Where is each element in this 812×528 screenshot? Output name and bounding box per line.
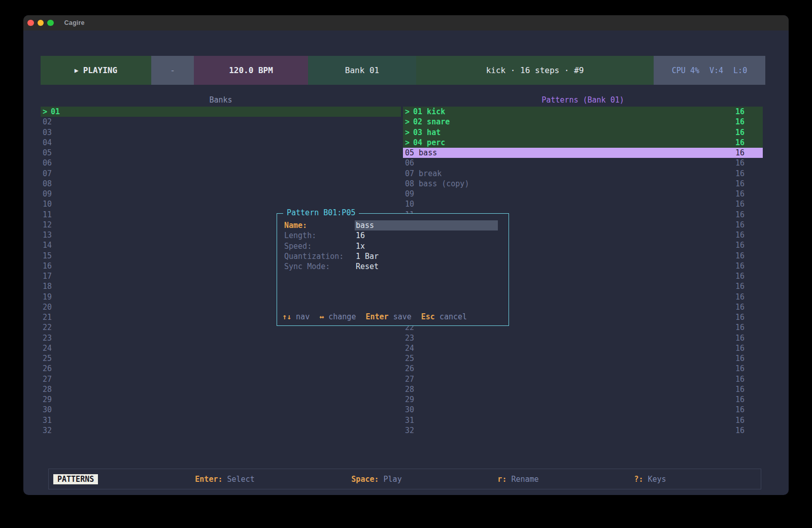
pattern-row-label: 06 <box>405 158 414 168</box>
pattern-length: 16 <box>735 169 763 178</box>
pattern-length: 16 <box>735 364 763 373</box>
pattern-name: 05 bass <box>405 148 437 157</box>
pattern-row[interactable]: 1016 <box>403 199 763 209</box>
bank-number: 18 <box>43 282 52 291</box>
bank-display[interactable]: Bank 01 <box>308 56 416 85</box>
dialog-field-value[interactable]: bass <box>356 221 374 230</box>
bank-number: 30 <box>43 405 52 414</box>
pattern-name: 29 <box>405 395 414 404</box>
pattern-row[interactable]: 2516 <box>403 353 763 364</box>
pattern-row[interactable]: 0916 <box>403 189 763 199</box>
pattern-row[interactable]: 05 bass16 <box>403 148 763 158</box>
pattern-row[interactable]: 2416 <box>403 343 763 353</box>
pattern-length: 16 <box>735 282 763 291</box>
bank-number: 27 <box>43 375 52 384</box>
bank-row[interactable]: 27 <box>41 374 401 384</box>
pattern-row[interactable]: >02 snare16 <box>403 117 763 127</box>
terminal-content: ▶ PLAYING - 120.0 BPM Bank 01 kick · 16 … <box>23 30 789 495</box>
pattern-row-label: >01 kick <box>405 107 445 116</box>
bank-number: 29 <box>43 395 52 404</box>
bank-row[interactable]: 26 <box>41 364 401 374</box>
pattern-row[interactable]: 3016 <box>403 405 763 415</box>
pattern-name: 08 bass (copy) <box>405 179 469 188</box>
pattern-row[interactable]: 07 break16 <box>403 169 763 179</box>
bank-number: 14 <box>43 241 52 250</box>
bank-row[interactable]: 07 <box>41 169 401 179</box>
pattern-row[interactable]: 0616 <box>403 158 763 168</box>
bank-number: 05 <box>43 148 52 157</box>
dialog-field-label: Sync Mode: <box>284 262 330 271</box>
bank-row[interactable]: 32 <box>41 425 401 436</box>
bank-row[interactable]: 05 <box>41 148 401 158</box>
zoom-window-button[interactable] <box>47 20 54 26</box>
arrows-leftright-icon: ↔ <box>319 312 324 321</box>
bank-number: 16 <box>43 261 52 271</box>
hint-rename: r: Rename <box>497 475 538 484</box>
pattern-length: 16 <box>735 230 763 240</box>
dialog-field-row: Quantization:1 Bar <box>277 251 509 261</box>
bank-number: 15 <box>43 251 52 260</box>
pattern-row[interactable]: 2916 <box>403 394 763 405</box>
pattern-row-label: 05 bass <box>405 148 437 157</box>
name-input[interactable] <box>355 220 498 230</box>
bank-row[interactable]: 30 <box>41 405 401 415</box>
pattern-name: 23 <box>405 334 414 343</box>
pattern-row-label: 28 <box>405 385 414 394</box>
pattern-row[interactable]: 2816 <box>403 384 763 394</box>
bank-row[interactable]: 08 <box>41 179 401 189</box>
pattern-length: 16 <box>735 405 763 414</box>
bank-row[interactable]: 02 <box>41 117 401 127</box>
pattern-length: 16 <box>735 117 763 126</box>
pattern-row[interactable]: >04 perc16 <box>403 138 763 148</box>
bank-number: 13 <box>43 230 52 240</box>
bank-number: 25 <box>43 354 52 363</box>
bank-number: 12 <box>43 220 52 229</box>
bank-row[interactable]: >01 <box>41 107 401 117</box>
pattern-row[interactable]: >03 hat16 <box>403 127 763 138</box>
bank-number: 17 <box>43 272 52 281</box>
dialog-key-hints: ↑↓ nav ↔ change Enter save Esc cancel <box>282 312 467 321</box>
bank-number: 19 <box>43 292 52 302</box>
bank-row[interactable]: 28 <box>41 384 401 394</box>
pattern-edit-dialog: Pattern B01:P05 Name:bassLength:16Speed:… <box>277 213 509 326</box>
bank-row[interactable]: 31 <box>41 415 401 425</box>
bpm-display[interactable]: 120.0 BPM <box>194 56 308 85</box>
pattern-row-label: 32 <box>405 426 414 435</box>
pattern-length: 16 <box>735 426 763 435</box>
bank-row[interactable]: 29 <box>41 394 401 405</box>
bank-row[interactable]: 04 <box>41 138 401 148</box>
playing-arrow-icon: > <box>405 117 410 126</box>
pattern-row[interactable]: 08 bass (copy)16 <box>403 179 763 189</box>
transport-status-label: PLAYING <box>83 65 117 75</box>
pattern-row[interactable]: 3216 <box>403 425 763 436</box>
pattern-row[interactable]: 2716 <box>403 374 763 384</box>
dialog-field-label: Length: <box>284 231 316 240</box>
pattern-length: 16 <box>735 416 763 425</box>
close-window-button[interactable] <box>27 20 34 26</box>
pattern-length: 16 <box>735 385 763 394</box>
play-icon: ▶ <box>75 67 79 74</box>
pattern-name: 06 <box>405 158 414 168</box>
bank-row[interactable]: 06 <box>41 158 401 168</box>
bank-row[interactable]: 24 <box>41 343 401 353</box>
pattern-row[interactable]: 2616 <box>403 364 763 374</box>
window-titlebar[interactable]: Cagire <box>23 15 789 30</box>
pattern-row[interactable]: >01 kick16 <box>403 107 763 117</box>
dialog-field-label: Speed: <box>284 242 312 251</box>
mode-badge: PATTERNS <box>53 474 98 484</box>
pattern-row-label: >04 perc <box>405 138 445 147</box>
bank-row[interactable]: 09 <box>41 189 401 199</box>
playing-arrow-icon: > <box>405 107 410 116</box>
minimize-window-button[interactable] <box>38 20 44 26</box>
transport-status: ▶ PLAYING <box>41 56 151 85</box>
bank-row[interactable]: 03 <box>41 127 401 138</box>
pattern-row-label: 25 <box>405 354 414 363</box>
bank-row[interactable]: 25 <box>41 353 401 364</box>
pattern-name: 24 <box>405 344 414 353</box>
transport-bar: ▶ PLAYING - 120.0 BPM Bank 01 kick · 16 … <box>41 56 765 85</box>
pattern-name: 30 <box>405 405 414 414</box>
pattern-row[interactable]: 2316 <box>403 333 763 343</box>
pattern-row[interactable]: 3116 <box>403 415 763 425</box>
dialog-field-row: Length:16 <box>277 230 509 241</box>
bank-row[interactable]: 23 <box>41 333 401 343</box>
